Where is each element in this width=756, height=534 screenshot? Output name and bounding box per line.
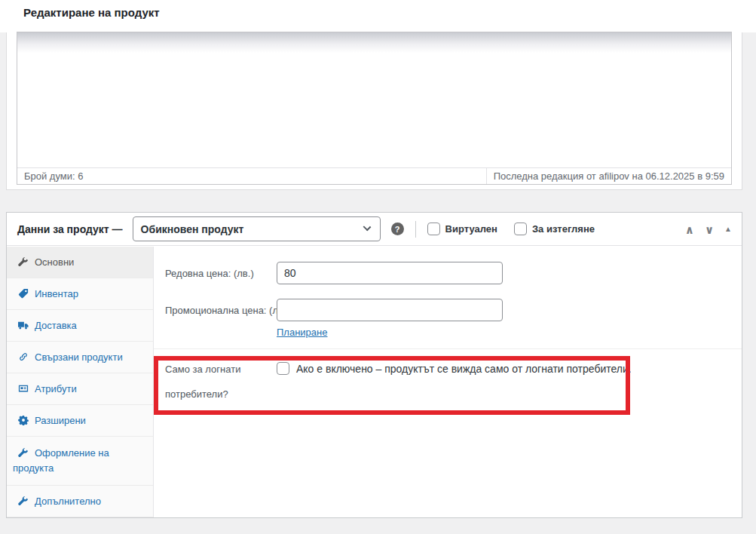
tab-attributes[interactable]: Атрибути xyxy=(7,373,153,405)
editor-top-shadow xyxy=(17,32,731,53)
tab-label: Атрибути xyxy=(35,383,77,394)
tab-label: Свързани продукти xyxy=(35,351,123,363)
chevron-up-icon[interactable]: ∧ xyxy=(685,224,694,235)
product-type-select[interactable]: Обикновен продукт xyxy=(133,216,381,241)
product-data-title: Данни за продукт — xyxy=(17,223,123,235)
chevron-down-icon[interactable]: ∨ xyxy=(705,224,714,235)
sale-price-field: Промоционална цена: (лв.) xyxy=(165,299,742,321)
schedule-link[interactable]: Планиране xyxy=(277,327,327,338)
tab-label: Доставка xyxy=(35,320,77,331)
product-data-header: Данни за продукт — Обикновен продукт ? В… xyxy=(7,213,742,246)
regular-price-field: Редовна цена: (лв.) xyxy=(165,262,742,284)
downloadable-checkbox-label: За изтегляне xyxy=(532,223,595,235)
link-icon xyxy=(18,351,29,362)
general-tab-panel: Редовна цена: (лв.) Промоционална цена: … xyxy=(154,247,742,517)
virtual-checkbox-label: Виртуален xyxy=(445,223,497,235)
tab-label: Разширени xyxy=(35,415,86,426)
tab-shipping[interactable]: Доставка xyxy=(7,310,153,342)
metabox-controls: ∧ ∨ ▲ xyxy=(685,213,732,246)
tab-product-layout[interactable]: Оформление на продукта xyxy=(7,437,153,486)
editor-status-bar: Брой думи: 6 Последна редакция от afilip… xyxy=(17,167,731,184)
product-type-value: Обикновен продукт xyxy=(141,223,244,235)
product-data-tabs: Основни Инвентар Доставка Свързани проду… xyxy=(7,247,154,517)
tab-inventory[interactable]: Инвентар xyxy=(7,278,153,310)
tab-label: Допълнително xyxy=(35,496,101,507)
editor-content-area[interactable]: Брой думи: 6 Последна редакция от afilip… xyxy=(17,32,732,185)
logged-in-only-field: Само за логнати потребители? Ако е включ… xyxy=(165,357,742,407)
tab-additional[interactable]: Допълнително xyxy=(7,486,153,517)
header-divider xyxy=(415,221,416,238)
schedule-row: Планиране xyxy=(277,327,742,338)
options-group-divider xyxy=(154,348,742,349)
logged-in-only-description: Ако е включено – продуктът се вижда само… xyxy=(296,357,632,407)
logged-in-only-label: Само за логнати потребители? xyxy=(165,357,277,407)
product-data-body: Основни Инвентар Доставка Свързани проду… xyxy=(7,247,742,517)
downloadable-checkbox[interactable] xyxy=(514,222,527,235)
tab-advanced[interactable]: Разширени xyxy=(7,405,153,437)
wrench-icon xyxy=(18,256,29,267)
logged-in-only-checkbox[interactable] xyxy=(277,362,289,375)
truck-icon xyxy=(18,320,29,330)
wrench-icon xyxy=(18,496,29,506)
toggle-panel-icon[interactable]: ▲ xyxy=(724,226,732,233)
product-data-metabox: Данни за продукт — Обикновен продукт ? В… xyxy=(6,212,742,518)
sale-price-input[interactable] xyxy=(277,299,503,321)
last-edited-info: Последна редакция от afilipov на 06.12.2… xyxy=(486,168,731,184)
downloadable-checkbox-group[interactable]: За изтегляне xyxy=(514,222,595,235)
tab-label: Основни xyxy=(35,256,74,268)
virtual-checkbox-group[interactable]: Виртуален xyxy=(427,222,497,235)
tab-general[interactable]: Основни xyxy=(7,247,153,278)
gear-icon xyxy=(18,415,29,425)
help-icon[interactable]: ? xyxy=(391,222,404,235)
tab-linked-products[interactable]: Свързани продукти xyxy=(7,342,153,373)
tab-label: Инвентар xyxy=(35,288,78,299)
page-header: Редактиране на продукт xyxy=(0,0,756,32)
regular-price-label: Редовна цена: (лв.) xyxy=(165,262,277,284)
sale-price-label: Промоционална цена: (лв.) xyxy=(165,299,277,321)
word-count: Брой думи: 6 xyxy=(17,168,90,184)
tag-icon xyxy=(18,288,29,299)
card-icon xyxy=(18,383,29,394)
wrench-icon xyxy=(18,447,29,458)
regular-price-input[interactable] xyxy=(277,262,503,284)
content-editor-box: Брой думи: 6 Последна редакция от afilip… xyxy=(6,32,742,190)
chevron-down-icon xyxy=(363,223,371,232)
virtual-checkbox[interactable] xyxy=(427,222,440,235)
page-title: Редактиране на продукт xyxy=(23,6,160,19)
